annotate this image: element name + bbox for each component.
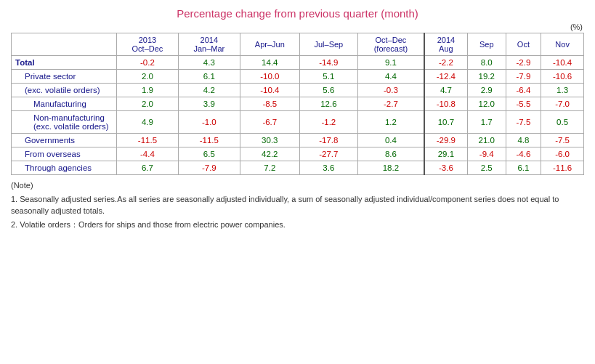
cell-value: -27.7 [299, 147, 357, 161]
cell-value: 1.7 [467, 111, 506, 134]
row-label: Through agencies [12, 161, 117, 175]
data-table: 2013 Oct–Dec 2014 Jan–Mar Apr–Jun Jul–Se… [11, 33, 584, 175]
col-header-6: 2014 Aug [424, 33, 468, 56]
cell-value: 4.8 [506, 134, 541, 147]
notes-title: (Note) [11, 179, 584, 192]
table-row: Total-0.24.314.4-14.99.1-2.28.0-2.9-10.4 [12, 56, 584, 70]
cell-value: -7.0 [541, 97, 584, 111]
cell-value: -6.7 [240, 111, 299, 134]
column-header-row: 2013 Oct–Dec 2014 Jan–Mar Apr–Jun Jul–Se… [12, 33, 584, 56]
cell-value: -1.0 [178, 111, 240, 134]
col-header-3: Apr–Jun [240, 33, 299, 56]
cell-value: 4.4 [357, 70, 424, 84]
cell-value: -7.9 [178, 161, 240, 175]
cell-value: 10.7 [424, 111, 468, 134]
row-label: Governments [12, 134, 117, 147]
cell-value: -0.2 [117, 56, 179, 70]
cell-value: 1.2 [357, 111, 424, 134]
row-label: From overseas [12, 147, 117, 161]
cell-value: -7.5 [541, 134, 584, 147]
cell-value: -11.5 [117, 134, 179, 147]
cell-value: 1.3 [541, 84, 584, 97]
cell-value: -10.4 [541, 56, 584, 70]
cell-value: -12.4 [424, 70, 468, 84]
cell-value: -14.9 [299, 56, 357, 70]
cell-value: 2.0 [117, 70, 179, 84]
cell-value: -7.9 [506, 70, 541, 84]
table-row: From overseas-4.46.542.2-27.78.629.1-9.4… [12, 147, 584, 161]
cell-value: 14.4 [240, 56, 299, 70]
cell-value: -5.5 [506, 97, 541, 111]
col-header-4: Jul–Sep [299, 33, 357, 56]
cell-value: 8.6 [357, 147, 424, 161]
cell-value: -3.6 [424, 161, 468, 175]
col-header-9: Nov [541, 33, 584, 56]
col-header-8: Oct [506, 33, 541, 56]
table-row: Through agencies6.7-7.97.23.618.2-3.62.5… [12, 161, 584, 175]
cell-value: 7.2 [240, 161, 299, 175]
cell-value: 6.7 [117, 161, 179, 175]
cell-value: 1.9 [117, 84, 179, 97]
cell-value: -2.7 [357, 97, 424, 111]
cell-value: -10.8 [424, 97, 468, 111]
cell-value: -11.5 [178, 134, 240, 147]
cell-value: -6.4 [506, 84, 541, 97]
cell-value: -2.9 [506, 56, 541, 70]
cell-value: 2.0 [117, 97, 179, 111]
col-header-2: 2014 Jan–Mar [178, 33, 240, 56]
col-header-label [12, 33, 117, 56]
cell-value: -10.4 [240, 84, 299, 97]
cell-value: 3.9 [178, 97, 240, 111]
cell-value: -4.6 [506, 147, 541, 161]
cell-value: -17.8 [299, 134, 357, 147]
cell-value: 4.9 [117, 111, 179, 134]
cell-value: -2.2 [424, 56, 468, 70]
cell-value: 0.5 [541, 111, 584, 134]
cell-value: 8.0 [467, 56, 506, 70]
cell-value: 6.1 [506, 161, 541, 175]
cell-value: 5.6 [299, 84, 357, 97]
cell-value: 29.1 [424, 147, 468, 161]
note-1: 1. Seasonally adjusted series.As all ser… [11, 193, 584, 217]
row-label: (exc. volatile orders) [12, 84, 117, 97]
cell-value: 18.2 [357, 161, 424, 175]
cell-value: -0.3 [357, 84, 424, 97]
cell-value: -11.6 [541, 161, 584, 175]
cell-value: 4.2 [178, 84, 240, 97]
row-label: Private sector [12, 70, 117, 84]
table-row: Private sector2.06.1-10.05.14.4-12.419.2… [12, 70, 584, 84]
cell-value: 30.3 [240, 134, 299, 147]
cell-value: 2.9 [467, 84, 506, 97]
cell-value: 9.1 [357, 56, 424, 70]
notes-section: (Note) 1. Seasonally adjusted series.As … [11, 179, 584, 230]
table-row: Non-manufacturing (exc. volatile orders)… [12, 111, 584, 134]
row-label: Manufacturing [12, 97, 117, 111]
page-title: Percentage change from previous quarter … [11, 7, 584, 20]
cell-value: 42.2 [240, 147, 299, 161]
cell-value: 5.1 [299, 70, 357, 84]
cell-value: -10.6 [541, 70, 584, 84]
cell-value: 19.2 [467, 70, 506, 84]
cell-value: -8.5 [240, 97, 299, 111]
cell-value: -7.5 [506, 111, 541, 134]
note-2: 2. Volatile orders：Orders for ships and … [11, 219, 584, 231]
cell-value: 12.6 [299, 97, 357, 111]
cell-value: 2.5 [467, 161, 506, 175]
cell-value: -9.4 [467, 147, 506, 161]
percent-label: (%) [11, 23, 584, 31]
cell-value: -4.4 [117, 147, 179, 161]
table-row: Governments-11.5-11.530.3-17.80.4-29.921… [12, 134, 584, 147]
cell-value: 12.0 [467, 97, 506, 111]
cell-value: -10.0 [240, 70, 299, 84]
cell-value: 6.1 [178, 70, 240, 84]
col-header-7: Sep [467, 33, 506, 56]
cell-value: 0.4 [357, 134, 424, 147]
cell-value: 4.7 [424, 84, 468, 97]
row-label: Non-manufacturing (exc. volatile orders) [12, 111, 117, 134]
cell-value: 3.6 [299, 161, 357, 175]
cell-value: 6.5 [178, 147, 240, 161]
table-row: (exc. volatile orders)1.94.2-10.45.6-0.3… [12, 84, 584, 97]
row-label: Total [12, 56, 117, 70]
cell-value: 4.3 [178, 56, 240, 70]
cell-value: -1.2 [299, 111, 357, 134]
